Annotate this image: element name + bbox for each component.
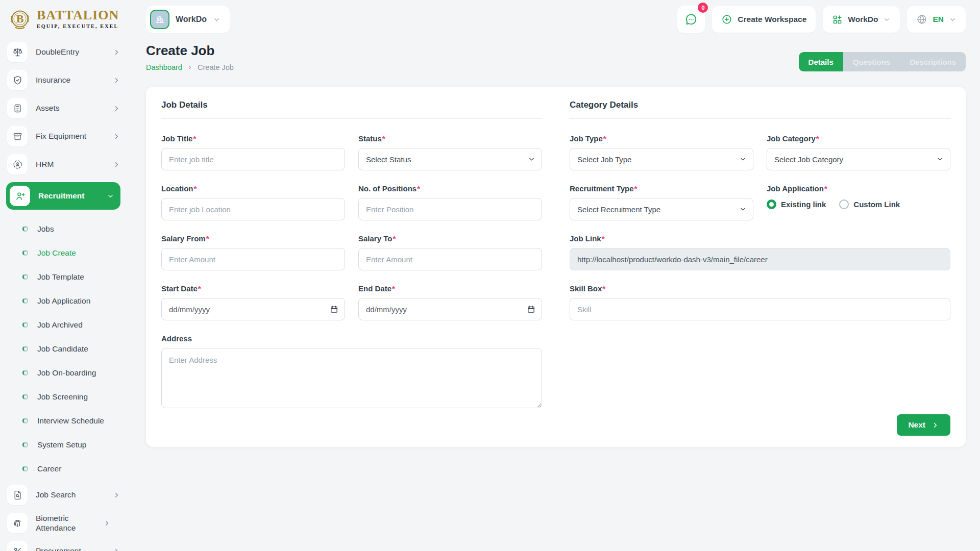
sidebar-item-label: Job Search <box>36 490 105 499</box>
job-title-label: Job Title* <box>161 134 345 143</box>
recruitment-submenu: Jobs Job Create Job Template Job Applica… <box>7 215 120 485</box>
user-focus-icon <box>7 154 28 174</box>
section-heading: Category Details <box>570 100 950 119</box>
bullet-icon <box>22 298 28 304</box>
required-mark: * <box>393 234 396 243</box>
sidebar-item-assets[interactable]: Assets <box>7 98 120 118</box>
positions-label: No. of Positions* <box>358 184 542 193</box>
sidebar-subitem-jobs[interactable]: Jobs <box>22 217 120 241</box>
job-link-readonly-field: http://localhost/product/workdo-dash-v3/… <box>570 248 950 270</box>
tab-questions[interactable]: Questions <box>843 52 900 71</box>
sidebar-item-label: Biometric Attendance <box>36 513 95 533</box>
salary-from-label: Salary From* <box>161 234 345 243</box>
location-input[interactable] <box>161 198 345 220</box>
sidebar-item-recruitment[interactable]: Recruitment <box>6 182 120 210</box>
job-application-label: Job Application* <box>767 184 950 193</box>
chevron-right-icon <box>103 519 111 527</box>
chevron-right-icon <box>113 105 120 112</box>
required-mark: * <box>816 134 819 143</box>
existing-link-radio-option[interactable]: Existing link <box>767 199 826 209</box>
create-job-card: Job Details Job Title* Status* Select St… <box>146 87 966 447</box>
sidebar-item-doubleentry[interactable]: DoubleEntry <box>7 42 120 62</box>
breadcrumb: Dashboard Create Job <box>146 63 234 71</box>
recruitment-type-select[interactable]: Select Recruitment Type <box>570 198 753 220</box>
sidebar-subitem-system-setup[interactable]: System Setup <box>22 433 120 457</box>
required-mark: * <box>417 184 420 193</box>
end-date-label: End Date* <box>358 284 542 293</box>
create-workspace-label: Create Workspace <box>738 15 806 24</box>
salary-to-input[interactable] <box>358 248 542 270</box>
chevron-right-icon <box>113 161 120 168</box>
recruitment-type-label: Recruitment Type* <box>570 184 753 193</box>
radio-selected-icon[interactable] <box>767 199 776 209</box>
tab-descriptions[interactable]: Descriptions <box>900 52 966 71</box>
sidebar-subitem-job-onboarding[interactable]: Job On-boarding <box>22 361 120 385</box>
workspace-switcher[interactable]: WorkDo <box>146 6 230 33</box>
positions-input[interactable] <box>358 198 542 220</box>
required-mark: * <box>193 134 196 143</box>
topbar: WorkDo 0 <box>146 5 966 34</box>
custom-link-radio-option[interactable]: Custom Link <box>839 199 900 209</box>
sidebar-item-job-search[interactable]: Job Search <box>7 485 120 505</box>
required-mark: * <box>382 134 385 143</box>
messages-button[interactable]: 0 <box>677 6 705 33</box>
chevron-right-icon <box>113 491 120 499</box>
sidebar-subitem-interview-schedule[interactable]: Interview Schedule <box>22 409 120 433</box>
salary-from-input[interactable] <box>161 248 345 270</box>
breadcrumb-dashboard-link[interactable]: Dashboard <box>146 63 182 71</box>
section-heading: Job Details <box>161 100 542 119</box>
bullet-icon <box>22 226 28 232</box>
sidebar-item-procurement[interactable]: Procurement <box>7 541 120 551</box>
skill-input[interactable] <box>570 298 950 320</box>
salary-to-label: Salary To* <box>358 234 542 243</box>
shield-check-icon <box>7 70 28 90</box>
sidebar-item-hrm[interactable]: HRM <box>7 154 120 174</box>
location-label: Location* <box>161 184 345 193</box>
required-mark: * <box>198 284 201 293</box>
address-label: Address <box>161 334 542 343</box>
sidebar-item-label: Insurance <box>36 75 105 85</box>
brand-monogram: B <box>8 7 32 31</box>
sidebar-subitem-job-application[interactable]: Job Application <box>22 289 120 313</box>
end-date-input[interactable] <box>358 298 542 320</box>
chevron-down-icon <box>949 16 957 23</box>
sidebar-subitem-job-archived[interactable]: Job Archived <box>22 313 120 337</box>
bullet-icon <box>22 346 28 352</box>
address-textarea[interactable] <box>161 348 542 408</box>
sidebar-subitem-job-candidate[interactable]: Job Candidate <box>22 337 120 361</box>
sidebar-subitem-career[interactable]: Career <box>22 457 120 481</box>
grid-plus-icon <box>832 14 843 25</box>
language-selector[interactable]: EN <box>907 6 966 33</box>
bullet-icon <box>22 322 28 328</box>
job-type-select[interactable]: Select Job Type <box>570 148 753 170</box>
sidebar-item-label: Recruitment <box>38 191 99 201</box>
sidebar-subitem-job-screening[interactable]: Job Screening <box>22 385 120 409</box>
bullet-icon <box>22 250 28 256</box>
chevron-right-icon <box>113 77 120 84</box>
sidebar-subitem-job-create[interactable]: Job Create <box>22 241 120 265</box>
status-label: Status* <box>358 134 542 143</box>
job-category-select[interactable]: Select Job Category <box>767 148 950 170</box>
sidebar-item-biometric-attendance[interactable]: Biometric Attendance <box>7 513 118 533</box>
sidebar-subitem-job-template[interactable]: Job Template <box>22 265 120 289</box>
radio-unselected-icon[interactable] <box>839 199 849 209</box>
start-date-input[interactable] <box>161 298 345 320</box>
workdo-menu-button[interactable]: WorkDo <box>823 6 900 33</box>
sidebar-item-fix-equipment[interactable]: Fix Equipment <box>7 126 120 146</box>
required-mark: * <box>602 284 605 293</box>
job-title-input[interactable] <box>161 148 345 170</box>
create-workspace-button[interactable]: Create Workspace <box>712 6 816 33</box>
required-mark: * <box>602 234 605 243</box>
scales-icon <box>7 42 28 62</box>
chat-bubble-icon <box>684 13 698 26</box>
status-select[interactable]: Select Status <box>358 148 542 170</box>
sidebar-item-insurance[interactable]: Insurance <box>7 70 120 90</box>
sidebar-item-label: HRM <box>36 159 105 169</box>
tab-details[interactable]: Details <box>799 52 843 71</box>
workdo-menu-label: WorkDo <box>848 15 878 24</box>
sidebar-item-label: Assets <box>36 103 105 113</box>
required-mark: * <box>206 234 209 243</box>
messages-count-badge: 0 <box>698 3 708 13</box>
globe-icon <box>916 14 927 25</box>
next-button[interactable]: Next <box>897 414 950 436</box>
